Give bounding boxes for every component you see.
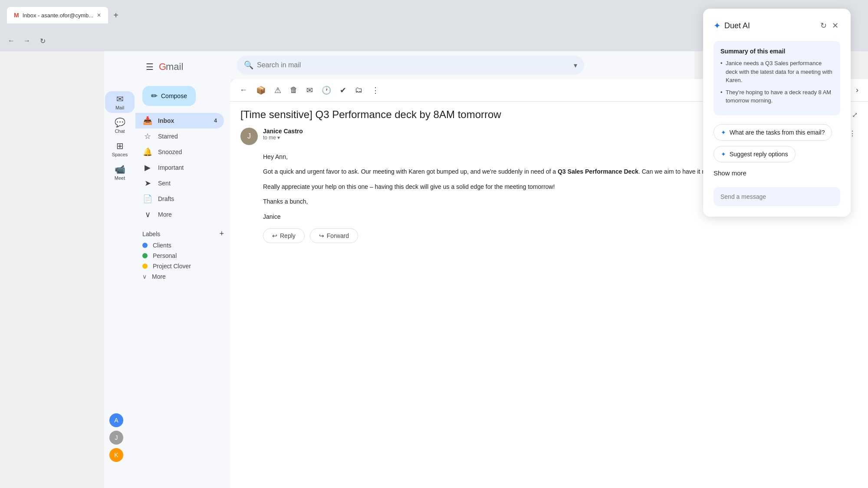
avatar-3[interactable]: K bbox=[109, 448, 123, 462]
label-more[interactable]: ∨ More bbox=[142, 271, 224, 282]
to-dropdown-icon[interactable]: ▾ bbox=[277, 135, 280, 141]
forward-button[interactable]: → bbox=[21, 35, 33, 47]
forward-label: Forward bbox=[327, 232, 349, 239]
duet-refresh-button[interactable]: ↻ bbox=[819, 19, 829, 32]
suggest-tasks-star-icon: ✦ bbox=[721, 129, 726, 136]
chat-icon: 💬 bbox=[115, 117, 125, 128]
move-icon: ✉ bbox=[306, 86, 313, 95]
reply-button[interactable]: ↩ Reply bbox=[263, 228, 305, 243]
label-icon: 🗂 bbox=[355, 86, 363, 95]
important-icon: ▶ bbox=[142, 163, 153, 172]
nav-item-starred[interactable]: ☆ Starred bbox=[135, 129, 224, 144]
gmail-logo-area: ☰ G mail bbox=[135, 55, 231, 82]
back-to-inbox-button[interactable]: ← bbox=[237, 83, 250, 97]
snooze-icon: 🕐 bbox=[322, 86, 331, 95]
next-email-button[interactable]: › bbox=[853, 83, 861, 97]
forward-button[interactable]: ↪ Forward bbox=[310, 228, 358, 243]
drafts-label: Drafts bbox=[158, 195, 174, 202]
labels-title: Labels bbox=[142, 231, 160, 237]
refresh-button[interactable]: ↻ bbox=[36, 35, 49, 47]
spam-icon: ⚠ bbox=[274, 86, 281, 95]
forward-icon: ↪ bbox=[319, 232, 324, 239]
bold-deck: Q3 Sales Performance Deck bbox=[558, 168, 638, 175]
label-dot-project-clover bbox=[142, 264, 148, 269]
label-personal[interactable]: Personal bbox=[142, 251, 224, 261]
nav-item-inbox[interactable]: 📥 Inbox 4 bbox=[135, 113, 224, 129]
duet-panel: ✦ Duet AI ↻ ✕ Summary of this email Jani… bbox=[703, 9, 851, 217]
snoozed-icon: 🔔 bbox=[142, 147, 153, 157]
label-dot-personal bbox=[142, 253, 148, 258]
nav-item-more[interactable]: ∨ More bbox=[135, 207, 224, 222]
label-button[interactable]: 🗂 bbox=[352, 83, 365, 97]
suggest-reply-label: Suggest reply options bbox=[730, 151, 788, 158]
snoozed-label: Snoozed bbox=[158, 148, 182, 155]
snooze-button[interactable]: 🕐 bbox=[319, 83, 334, 98]
nav-item-drafts[interactable]: 📄 Drafts bbox=[135, 191, 224, 207]
inbox-icon: 📥 bbox=[142, 116, 153, 125]
search-input-wrap[interactable]: 🔍 ▾ bbox=[237, 56, 584, 75]
show-more-button[interactable]: Show more bbox=[713, 168, 746, 178]
summary-card: Summary of this email Janice needs a Q3 … bbox=[713, 41, 840, 115]
inbox-label: Inbox bbox=[158, 117, 174, 124]
sidebar-item-chat[interactable]: 💬 Chat bbox=[105, 115, 135, 136]
archive-button[interactable]: 📦 bbox=[253, 83, 268, 98]
spaces-icon: ⊞ bbox=[116, 141, 124, 151]
suggest-tasks-button[interactable]: ✦ What are the tasks from this email? bbox=[713, 124, 832, 141]
summary-title: Summary of this email bbox=[720, 48, 833, 55]
labels-header: Labels + bbox=[142, 229, 224, 238]
more-labels-chevron: ∨ bbox=[142, 273, 147, 280]
new-tab-button[interactable]: + bbox=[110, 9, 122, 22]
spam-button[interactable]: ⚠ bbox=[272, 83, 284, 98]
nav-item-sent[interactable]: ➤ Sent bbox=[135, 175, 224, 191]
drafts-icon: 📄 bbox=[142, 194, 153, 204]
forward-icon: → bbox=[23, 37, 30, 45]
refresh-icon: ↻ bbox=[40, 37, 46, 45]
message-input[interactable] bbox=[713, 187, 840, 206]
avatar-1[interactable]: A bbox=[109, 413, 123, 427]
sent-label: Sent bbox=[158, 180, 171, 187]
label-personal-name: Personal bbox=[153, 252, 177, 259]
meet-icon: 📹 bbox=[115, 164, 125, 175]
bottom-avatars: A J K bbox=[109, 413, 123, 462]
suggest-tasks-label: What are the tasks from this email? bbox=[730, 129, 825, 136]
avatar-2[interactable]: J bbox=[109, 431, 123, 445]
svg-text:mail: mail bbox=[166, 61, 183, 72]
sidebar-item-mail[interactable]: ✉ Mail bbox=[105, 91, 135, 113]
duet-header-actions: ↻ ✕ bbox=[819, 19, 840, 32]
delete-button[interactable]: 🗑 bbox=[287, 83, 300, 97]
duet-refresh-icon: ↻ bbox=[820, 21, 827, 30]
more-actions-button[interactable]: ⋮ bbox=[369, 83, 382, 98]
search-input[interactable] bbox=[257, 61, 570, 69]
sidebar-item-spaces[interactable]: ⊞ Spaces bbox=[105, 138, 135, 160]
tab-close-button[interactable]: ✕ bbox=[97, 12, 101, 18]
hamburger-icon[interactable]: ☰ bbox=[142, 58, 157, 76]
important-label: Important bbox=[158, 164, 184, 171]
archive-icon: 📦 bbox=[256, 86, 266, 95]
task-icon: ✔ bbox=[340, 86, 346, 95]
summary-list: Janice needs a Q3 Sales performance deck… bbox=[720, 59, 833, 105]
gmail-sidebar: ☰ G mail ✏ Compose 📥 Inbox 4 ☆ Starred 🔔… bbox=[135, 51, 231, 488]
suggest-reply-button[interactable]: ✦ Suggest reply options bbox=[713, 146, 796, 162]
label-project-clover[interactable]: Project Clover bbox=[142, 261, 224, 271]
label-clients[interactable]: Clients bbox=[142, 240, 224, 251]
more-icon: ⋮ bbox=[372, 86, 379, 95]
new-window-icon[interactable]: ⤢ bbox=[852, 111, 858, 119]
sidebar-item-meet[interactable]: 📹 Meet bbox=[105, 162, 135, 183]
compose-button[interactable]: ✏ Compose bbox=[142, 86, 196, 106]
active-tab[interactable]: M Inbox - asante.ofor@cymb... ✕ bbox=[7, 7, 108, 23]
tab-title: Inbox - asante.ofor@cymb... bbox=[23, 12, 94, 19]
subject-text: [Time sensitive] Q3 Performance deck by … bbox=[240, 109, 501, 121]
nav-item-snoozed[interactable]: 🔔 Snoozed bbox=[135, 144, 224, 160]
add-label-button[interactable]: + bbox=[219, 229, 224, 238]
search-dropdown-icon[interactable]: ▾ bbox=[574, 61, 577, 69]
starred-icon: ☆ bbox=[142, 132, 153, 141]
sender-avatar: J bbox=[240, 128, 258, 145]
nav-item-important[interactable]: ▶ Important bbox=[135, 160, 224, 175]
search-bar: 🔍 ▾ bbox=[230, 51, 694, 79]
move-button[interactable]: ✉ bbox=[304, 83, 316, 98]
task-button[interactable]: ✔ bbox=[337, 83, 349, 98]
gmail-favicon: M bbox=[14, 12, 19, 19]
back-arrow-icon: ← bbox=[240, 86, 247, 95]
back-button[interactable]: ← bbox=[5, 35, 17, 47]
duet-close-button[interactable]: ✕ bbox=[830, 19, 840, 32]
